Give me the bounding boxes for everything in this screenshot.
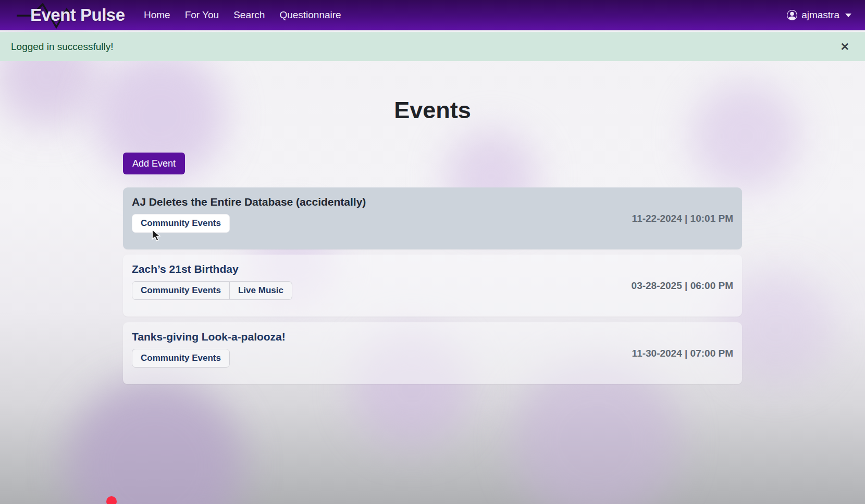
alert-close-button[interactable]: ✕ bbox=[838, 39, 851, 54]
event-title: Tanks-giving Look-a-palooza! bbox=[132, 330, 733, 344]
event-tag[interactable]: Community Events bbox=[132, 281, 230, 300]
event-card[interactable]: Zach’s 21st Birthday Community Events Li… bbox=[123, 255, 742, 317]
event-datetime: 11-30-2024 | 07:00 PM bbox=[632, 348, 733, 359]
event-title: AJ Deletes the Entire Database (accident… bbox=[132, 195, 733, 209]
events-container: Add Event AJ Deletes the Entire Database… bbox=[123, 0, 742, 504]
event-datetime: 11-22-2024 | 10:01 PM bbox=[632, 213, 733, 224]
caret-down-icon bbox=[845, 14, 851, 17]
event-tag[interactable]: Live Music bbox=[230, 281, 292, 300]
event-tag-row: Community Events Live Music bbox=[132, 281, 292, 300]
nav-item-questionnaire[interactable]: Questionnaire bbox=[274, 6, 346, 24]
user-name-label: ajmastra bbox=[801, 9, 839, 21]
user-menu[interactable]: ajmastra bbox=[787, 9, 851, 21]
login-success-alert: Logged in successfully! ✕ bbox=[0, 32, 865, 61]
event-card[interactable]: Tanks-giving Look-a-palooza! Community E… bbox=[123, 322, 742, 384]
event-tag[interactable]: Community Events bbox=[132, 349, 230, 368]
nav-item-for-you[interactable]: For You bbox=[180, 6, 225, 24]
add-event-button[interactable]: Add Event bbox=[123, 153, 185, 174]
event-tag[interactable]: Community Events bbox=[132, 214, 230, 233]
close-icon: ✕ bbox=[840, 41, 849, 53]
brand-logo[interactable]: Event Pulse bbox=[16, 2, 115, 29]
alert-message: Logged in successfully! bbox=[11, 41, 113, 53]
event-title: Zach’s 21st Birthday bbox=[132, 262, 733, 276]
nav-item-home[interactable]: Home bbox=[139, 6, 176, 24]
person-circle-icon bbox=[787, 10, 797, 20]
brand-title: Event Pulse bbox=[30, 5, 125, 25]
red-dot bbox=[106, 496, 117, 504]
event-tag-row: Community Events bbox=[132, 214, 230, 233]
event-card[interactable]: AJ Deletes the Entire Database (accident… bbox=[123, 187, 742, 249]
navbar: Event Pulse Home For You Search Question… bbox=[0, 0, 865, 31]
event-datetime: 03-28-2025 | 06:00 PM bbox=[632, 280, 733, 292]
nav-links: Home For You Search Questionnaire bbox=[139, 6, 347, 24]
event-tag-row: Community Events bbox=[132, 349, 230, 368]
nav-item-search[interactable]: Search bbox=[228, 6, 270, 24]
